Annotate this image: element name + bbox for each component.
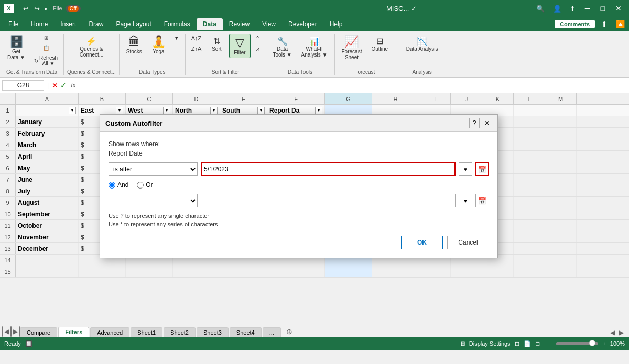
refresh-icon: ↻ xyxy=(34,58,38,64)
custom-autofilter-dialog: Custom Autofilter ? ✕ Show rows where: R… xyxy=(100,114,498,258)
share-button[interactable]: ⬆ xyxy=(568,4,578,14)
tab-developer[interactable]: Developer xyxy=(282,18,323,30)
comments-button[interactable]: Comments xyxy=(555,20,595,28)
minimize-button[interactable]: ─ xyxy=(582,3,593,14)
tab-review[interactable]: Review xyxy=(223,18,256,30)
zoom-out-button[interactable]: ─ xyxy=(548,340,552,347)
forecast-sheet-button[interactable]: 📈 Forecast Sheet xyxy=(338,34,366,63)
sheet-scroll-left[interactable]: ◀ xyxy=(2,326,11,337)
stocks-button[interactable]: 🏛 Stocks xyxy=(123,34,146,57)
refresh-all-button[interactable]: ↻ RefreshAll ▼ xyxy=(31,53,60,68)
dialog-help-button[interactable]: ? xyxy=(469,118,480,128)
formula-input[interactable] xyxy=(80,81,627,90)
outline-button[interactable]: ⊟ Outline xyxy=(367,34,392,54)
sheet-tab-compare[interactable]: Compare xyxy=(20,327,57,337)
or-radio-label[interactable]: Or xyxy=(137,181,153,189)
get-transform-label: Get & Transform Data xyxy=(6,69,57,75)
filter-icon: ▽ xyxy=(235,36,244,50)
advanced-filter-button[interactable]: ⊿ xyxy=(253,45,263,54)
get-transform-items: 🗄️ Get Data ▼ ⊞ 📋 ↻ RefreshAll ▼ xyxy=(3,34,60,68)
ok-button[interactable]: OK xyxy=(401,236,443,249)
yoga-icon: 🧘 xyxy=(151,36,166,48)
recent-sources-button[interactable]: 📋 xyxy=(31,43,60,52)
sheet-tab-sheet1[interactable]: Sheet1 xyxy=(131,327,162,337)
sheet-tab-sheet2[interactable]: Sheet2 xyxy=(164,327,196,337)
tab-view[interactable]: View xyxy=(256,18,282,30)
search-button[interactable]: 🔍 xyxy=(534,4,547,14)
reapply-button[interactable]: ⌃ xyxy=(253,34,263,43)
sort-button[interactable]: ⇅ Sort xyxy=(206,34,227,54)
profile-button[interactable]: 👤 xyxy=(551,4,563,14)
tab-home[interactable]: Home xyxy=(25,18,54,30)
accessibility-button[interactable]: 🔲 xyxy=(25,340,32,347)
cancel-button[interactable]: Cancel xyxy=(447,236,489,249)
sort-za-button[interactable]: Z↑A xyxy=(189,44,204,53)
value1-calendar-button[interactable]: 📅 xyxy=(475,162,489,176)
h-scroll-right[interactable]: ▶ xyxy=(618,328,625,337)
redo-button[interactable]: ↪ xyxy=(32,4,42,14)
tab-draw[interactable]: Draw xyxy=(82,18,110,30)
share-ribbon-button[interactable]: ⬆ xyxy=(599,19,610,29)
sort-az-button[interactable]: A↑Z xyxy=(189,34,204,43)
what-if-button[interactable]: 📊 What-If Analysis ▼ xyxy=(298,34,331,60)
collapse-ribbon-button[interactable]: 🔼 xyxy=(614,19,627,29)
data-tools-button[interactable]: 🔧 Data Tools ▼ xyxy=(269,34,296,60)
page-layout-button[interactable]: 📄 xyxy=(524,340,531,347)
and-radio-label[interactable]: And xyxy=(109,181,128,189)
cell-reference-input[interactable]: G28 xyxy=(2,80,44,91)
close-button[interactable]: ✕ xyxy=(612,3,625,14)
data-type-more-btn[interactable]: ▼ xyxy=(171,34,182,42)
undo-button[interactable]: ↩ xyxy=(21,4,31,14)
quick-access-more[interactable]: ▸ xyxy=(43,5,50,13)
and-radio[interactable] xyxy=(109,182,115,189)
outline-icon: ⊟ xyxy=(376,36,383,46)
sheet-tab-filters[interactable]: Filters xyxy=(58,327,89,337)
or-radio[interactable] xyxy=(137,182,144,189)
data-analysis-button[interactable]: 📉 Data Analysis xyxy=(398,34,446,54)
add-sheet-button[interactable]: ⊕ xyxy=(282,326,297,337)
confirm-formula-button[interactable]: ✓ xyxy=(60,81,67,90)
tab-formulas[interactable]: Formulas xyxy=(158,18,197,30)
sheet-tab-advanced[interactable]: Advanced xyxy=(90,327,129,337)
zoom-thumb[interactable] xyxy=(589,340,595,346)
data-types-items: 🏛 Stocks 🧘 Yoga ▼ xyxy=(123,34,182,68)
zoom-in-button[interactable]: + xyxy=(602,340,605,347)
forecast-icon: 📈 xyxy=(344,36,359,48)
forecast-label: Forecast xyxy=(354,69,375,75)
h-scroll-left[interactable]: ◀ xyxy=(609,328,616,337)
tab-page-layout[interactable]: Page Layout xyxy=(110,18,157,30)
condition1-select[interactable]: is after xyxy=(109,162,198,176)
sheet-tab-sheet3[interactable]: Sheet3 xyxy=(197,327,229,337)
get-data-button[interactable]: 🗄️ Get Data ▼ xyxy=(3,34,29,63)
value1-dropdown-button[interactable]: ▼ xyxy=(459,162,472,176)
grid-view-button[interactable]: ⊞ xyxy=(515,340,519,347)
condition2-select[interactable] xyxy=(109,194,198,207)
recent-icon: 📋 xyxy=(43,45,49,51)
value2-input[interactable] xyxy=(201,194,456,207)
value1-input[interactable] xyxy=(201,162,456,176)
condition-row-1: is after ▼ 📅 xyxy=(109,162,489,176)
value2-dropdown-button[interactable]: ▼ xyxy=(459,194,472,207)
new-query-button[interactable]: ⊞ xyxy=(31,34,60,42)
page-break-button[interactable]: ⊟ xyxy=(535,340,540,347)
dialog-close-button[interactable]: ✕ xyxy=(482,118,492,128)
restore-button[interactable]: □ xyxy=(598,3,608,14)
yoga-button[interactable]: 🧘 Yoga xyxy=(148,34,169,57)
cancel-formula-button[interactable]: ✕ xyxy=(52,81,58,90)
display-settings-label[interactable]: 🖥 Display Settings xyxy=(460,340,511,347)
analysis-items: 📉 Data Analysis xyxy=(398,34,446,68)
sheet-tab-more[interactable]: ... xyxy=(263,327,281,337)
sort-filter-label: Sort & Filter xyxy=(212,69,240,75)
sheet-tab-sheet4[interactable]: Sheet4 xyxy=(230,327,262,337)
sheet-scroll-right[interactable]: ▶ xyxy=(11,326,20,337)
data-tools-icon: 🔧 xyxy=(277,36,288,46)
tab-insert[interactable]: Insert xyxy=(54,18,82,30)
tab-help[interactable]: Help xyxy=(323,18,349,30)
queries-connections-button[interactable]: ⚡ Queries & Connect... xyxy=(70,34,112,60)
value2-calendar-button[interactable]: 📅 xyxy=(475,194,489,207)
zoom-slider[interactable] xyxy=(556,342,598,345)
tab-file[interactable]: File xyxy=(2,18,25,30)
filter-button[interactable]: ▽ Filter xyxy=(229,34,250,58)
tab-data[interactable]: Data xyxy=(197,18,223,30)
autosave-toggle[interactable]: Off xyxy=(66,5,81,12)
